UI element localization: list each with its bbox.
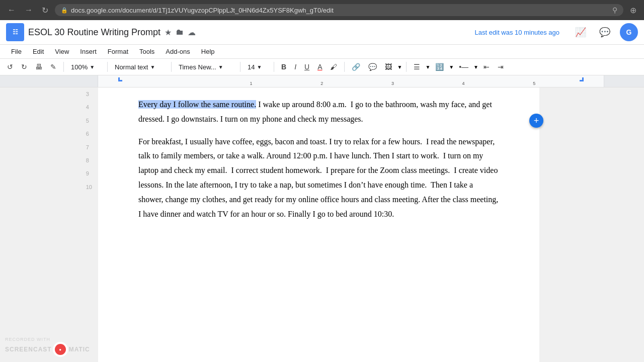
forward-button[interactable]: → [22,5,35,16]
zoom-button[interactable]: ⊕ [627,5,639,16]
divider-3 [171,62,172,72]
bold-button[interactable]: B [278,61,289,73]
ruler: 1 2 3 4 5 [0,75,644,87]
menu-edit[interactable]: Edit [28,45,49,58]
numbering-button[interactable]: 🔢 [432,61,447,73]
watermark-logo: ● [53,342,68,357]
watermark-matic: MATIC [69,346,90,353]
folder-icon[interactable]: 🖿 [176,28,184,37]
watermark-record-icon: ● [59,347,61,352]
align-chevron[interactable]: ▼ [425,64,430,70]
menu-addons[interactable]: Add-ons [160,45,195,58]
toolbar: ↺ ↻ 🖶 ✎ 100% ▼ Normal text ▼ Times New..… [0,59,644,75]
divider-1 [63,62,64,72]
menu-insert[interactable]: Insert [75,45,102,58]
watermark-screencast: SCREENCAST [5,346,52,353]
align-button[interactable]: ☰ [411,61,423,73]
margin-numbers: 3 4 5 6 7 8 9 10 [86,87,92,194]
watermark-inner-circle: ● [55,344,66,355]
ruler-right-margin [604,75,644,87]
ruler-tick-3: 3 [391,81,394,86]
menu-format[interactable]: Format [103,45,133,58]
menu-bar: File Edit View Insert Format Tools Add-o… [0,45,644,59]
highlight-button[interactable]: 🖌 [327,61,340,73]
menu-view[interactable]: View [50,45,74,58]
left-margin-strip: 3 4 5 6 7 8 9 10 [0,87,98,362]
underline-button[interactable]: U [301,61,312,73]
paragraph-2: For breakfast, I usually have coffee, eg… [138,135,499,222]
ruler-tick-5: 5 [533,81,535,86]
indent-decrease-button[interactable]: ⇤ [480,61,493,73]
style-chevron: ▼ [150,64,155,70]
numbering-chevron[interactable]: ▼ [449,64,454,70]
title-bar: ☷ ESOL 30 Routine Writing Prompt ★ 🖿 ☁ L… [0,20,644,45]
doc-area: 3 4 5 6 7 8 9 10 Every day I follow the … [0,87,644,362]
ruler-tick-1: 1 [250,81,253,86]
menu-help[interactable]: Help [196,45,220,58]
add-comment-button[interactable]: + [529,114,543,128]
link-button[interactable]: 🔗 [349,61,363,73]
zoom-chevron: ▼ [90,64,95,70]
right-tab-stop [580,77,584,81]
bullets-button[interactable]: •— [456,61,471,73]
redo-button[interactable]: ↻ [18,61,30,73]
tab-stop [118,77,122,81]
address-bar[interactable]: 🔒 docs.google.com/document/d/1Tj1zVUYugv… [55,4,623,16]
paragraph-1: Every day I follow the same routine. I w… [138,98,499,127]
ruler-left-margin [0,75,98,87]
header-right-icons: 📈 💬 G [572,23,638,41]
url-text: docs.google.com/document/d/1Tj1zVUYugvzo… [71,7,334,14]
zoom-selector[interactable]: 100% ▼ [68,62,103,72]
divider-7 [406,62,407,72]
trend-icon-button[interactable]: 📈 [572,23,590,41]
font-selector[interactable]: Times New... ▼ [176,62,236,72]
font-size-selector[interactable]: 14 ▼ [245,62,270,72]
style-selector[interactable]: Normal text ▼ [112,62,167,72]
browser-chrome: ← → ↻ 🔒 docs.google.com/document/d/1Tj1z… [0,0,644,20]
user-avatar[interactable]: G [620,23,638,41]
lock-icon: 🔒 [61,7,68,14]
title-icons: ★ 🖿 ☁ [165,28,196,37]
ruler-tick-4: 4 [462,81,465,86]
watermark-recorded-with: RECORDED WITH [5,337,90,342]
ruler-content: 1 2 3 4 5 [98,75,604,87]
indent-increase-button[interactable]: ⇥ [495,61,507,73]
paint-format-button[interactable]: ✎ [47,61,59,73]
divider-6 [344,62,345,72]
font-size-value: 14 [248,63,255,71]
docs-logo[interactable]: ☷ [6,23,24,41]
zoom-value: 100% [71,63,88,71]
font-chevron: ▼ [218,64,223,70]
menu-tools[interactable]: Tools [134,45,159,58]
comments-icon-button[interactable]: 💬 [596,23,614,41]
undo-button[interactable]: ↺ [4,61,16,73]
comment-button[interactable]: 💬 [365,61,380,73]
logo-icon: ☷ [13,29,18,36]
doc-page[interactable]: Every day I follow the same routine. I w… [98,87,539,362]
style-value: Normal text [115,63,148,71]
image-button[interactable]: 🖼 [382,61,395,73]
watermark: RECORDED WITH SCREENCAST ● MATIC [5,337,90,357]
doc-content: Every day I follow the same routine. I w… [138,98,499,221]
menu-file[interactable]: File [6,45,27,58]
right-margin-strip [539,87,644,362]
search-icon: ⚲ [612,6,617,14]
image-chevron[interactable]: ▼ [397,64,402,70]
font-size-chevron: ▼ [257,64,262,70]
divider-4 [240,62,240,72]
refresh-button[interactable]: ↻ [39,5,51,16]
italic-button[interactable]: I [291,61,299,73]
text-color-button[interactable]: A [314,61,325,73]
cloud-icon[interactable]: ☁ [188,28,196,37]
print-button[interactable]: 🖶 [32,61,45,73]
bullets-chevron[interactable]: ▼ [473,64,478,70]
back-button[interactable]: ← [5,5,18,16]
doc-title[interactable]: ESOL 30 Routine Writing Prompt [28,27,160,38]
divider-5 [274,62,274,72]
highlighted-sentence: Every day I follow the same routine. [138,100,256,109]
font-value: Times New... [179,63,216,71]
star-icon[interactable]: ★ [165,28,172,37]
ruler-tick-2: 2 [320,81,323,86]
watermark-text-block: RECORDED WITH SCREENCAST ● MATIC [5,337,90,357]
divider-2 [107,62,108,72]
